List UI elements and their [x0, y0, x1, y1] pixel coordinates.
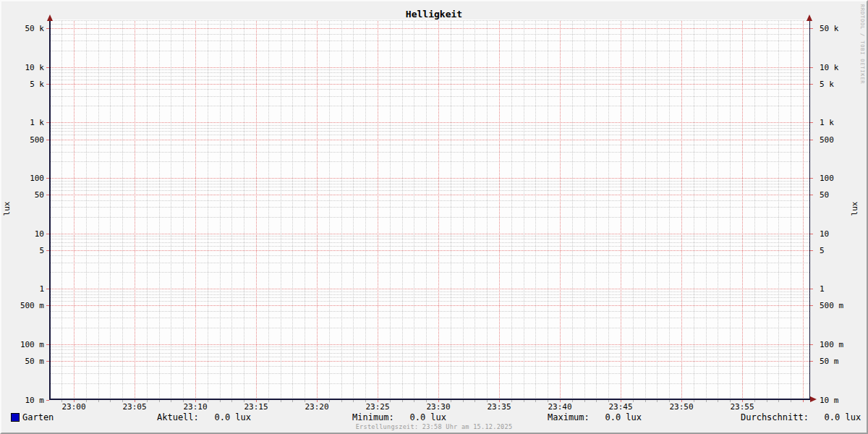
x-axis-tick [694, 400, 694, 402]
grid-line [535, 21, 536, 399]
grid-line [50, 84, 809, 85]
grid-line [135, 21, 135, 399]
grid-line [50, 24, 809, 25]
y-tick-label-right: 50 k [820, 25, 839, 33]
grid-line [475, 21, 475, 399]
grid-line [50, 242, 809, 243]
grid-line [329, 21, 330, 399]
series-color-swatch [11, 413, 20, 422]
grid-line [317, 21, 318, 399]
x-axis-tick [584, 400, 585, 402]
y-tick-label-left: 500 [7, 135, 44, 143]
grid-line [463, 21, 464, 399]
grid-line [50, 357, 809, 357]
y-axis-tick [810, 84, 813, 85]
grid-line [50, 250, 809, 251]
x-axis-tick [147, 400, 148, 402]
x-axis-tick [208, 400, 208, 402]
y-tick-label-left: 10 m [7, 396, 44, 404]
grid-line [50, 34, 809, 35]
grid-line [50, 51, 809, 51]
y-tick-label-right: 10 k [820, 63, 839, 71]
x-axis-tick [535, 400, 536, 402]
y-axis-tick [810, 28, 813, 29]
y-tick-label-left: 50 [7, 191, 44, 199]
y-tick-label-right: 500 [820, 135, 834, 143]
x-axis-tick [390, 400, 391, 402]
legend-row: Garten Aktuell:0.0 luxMinimum:0.0 luxMax… [1, 412, 867, 424]
grid-line [183, 21, 184, 399]
y-tick-label-left: 10 [7, 229, 44, 237]
x-axis-arrow-icon [810, 396, 817, 402]
grid-line [50, 344, 809, 345]
x-axis-tick [281, 400, 281, 402]
y-tick-label-right: 5 k [820, 80, 834, 88]
grid-line [50, 80, 809, 80]
grid-line [50, 89, 809, 90]
x-axis-tick [511, 400, 512, 402]
grid-line [50, 122, 809, 123]
y-tick-label-left: 5 [7, 246, 44, 254]
x-axis-tick [451, 400, 451, 402]
grid-line [50, 181, 809, 182]
x-axis-tick [86, 400, 87, 402]
y-axis-tick [810, 289, 813, 289]
grid-line [244, 21, 244, 399]
grid-line [803, 21, 804, 399]
grid-line [718, 21, 718, 399]
y-axis-tick [810, 344, 813, 345]
grid-line [50, 135, 809, 135]
grid-line [778, 21, 779, 399]
y-tick-label-left: 10 k [7, 63, 44, 71]
grid-line [50, 69, 809, 70]
y-tick-label-left: 500 m [7, 302, 44, 310]
y-tick-label-left: 50 m [7, 357, 44, 365]
x-axis-tick [231, 400, 232, 402]
y-axis-tick [810, 178, 813, 179]
grid-line [50, 217, 809, 218]
grid-line [378, 21, 378, 399]
x-axis-tick [767, 400, 767, 402]
x-tick-label: 23:35 [487, 403, 511, 411]
grid-line [50, 187, 809, 187]
grid-line [74, 21, 75, 399]
grid-line [50, 131, 809, 132]
grid-line [767, 21, 767, 399]
y-tick-label-right: 500 m [820, 302, 843, 310]
right-axis-unit-label: lux [850, 202, 859, 216]
y-axis-left [49, 18, 51, 399]
y-tick-label-right: 50 m [820, 357, 839, 365]
grid-line [50, 161, 809, 162]
x-axis-tick [98, 400, 99, 402]
grid-line [560, 21, 561, 399]
grid-line [50, 373, 809, 374]
rrdtool-graph: Helligkeit lux lux 50 k10 k5 k1 k5001005… [0, 0, 868, 434]
x-axis [49, 399, 812, 400]
x-axis-tick [159, 400, 160, 402]
grid-line [426, 21, 427, 399]
x-axis-tick [754, 400, 755, 402]
grid-line [50, 361, 809, 362]
grid-line [669, 21, 670, 399]
grid-line [451, 21, 451, 399]
grid-line [353, 21, 354, 399]
grid-line [110, 21, 111, 399]
rrdtool-watermark: RRDTOOL / TOBI OETIKER [859, 4, 865, 84]
creation-time-footer: Erstellungszeit: 23:58 Uhr am 15.12.2025 [1, 423, 867, 430]
grid-line [50, 311, 809, 312]
grid-line [50, 255, 809, 256]
y-tick-label-right: 1 k [820, 119, 834, 127]
x-tick-label: 23:20 [305, 403, 328, 411]
y-tick-label-right: 10 [820, 229, 829, 237]
x-axis-tick [463, 400, 464, 402]
x-axis-tick [633, 400, 634, 402]
legend-stat: Maximum:0.0 lux [548, 412, 642, 422]
grid-line [50, 76, 809, 77]
grid-line [365, 21, 366, 399]
grid-line [487, 21, 488, 399]
x-axis-tick [803, 400, 804, 402]
y-tick-label-left: 100 m [7, 340, 44, 348]
grid-line [681, 21, 682, 399]
legend-stat-label: Durchschnitt: [741, 412, 809, 422]
grid-line [50, 292, 809, 292]
